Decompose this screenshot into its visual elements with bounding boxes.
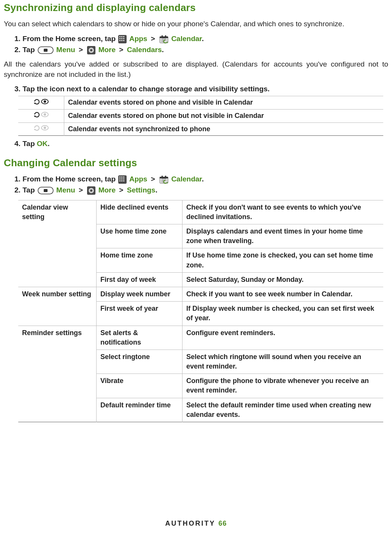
svg-point-19 (90, 49, 92, 51)
section-title-settings: Changing Calendar settings (4, 156, 388, 170)
brand-label: AUTHORITY (165, 520, 215, 527)
svg-rect-3 (123, 36, 124, 37)
more-link: More (98, 186, 116, 194)
svg-rect-45 (44, 189, 48, 192)
svg-point-25 (44, 113, 46, 116)
calendar-icon (159, 175, 168, 184)
more-link: More (98, 46, 116, 54)
setting-name: Vibrate (97, 374, 183, 398)
setting-name: Use home time zone (97, 224, 183, 248)
svg-rect-2 (121, 36, 122, 37)
svg-rect-13 (165, 35, 166, 37)
setting-desc: If Display week number is checked, you c… (183, 302, 384, 326)
setting-name: First day of week (97, 272, 183, 287)
setting-name: Set alerts & notifications (97, 326, 183, 350)
svg-rect-41 (162, 176, 163, 178)
table-row: Week number setting Display week number … (18, 287, 383, 301)
table-row: Calendar events not synchronized to phon… (18, 122, 383, 136)
nosync-hidden-icon (33, 124, 49, 134)
svg-rect-40 (160, 177, 168, 178)
sync-note: All the calendars you've added or subscr… (4, 59, 388, 79)
svg-rect-32 (123, 176, 124, 178)
table-row: Calendar events stored on phone and visi… (18, 96, 383, 109)
table-row: Calendar events stored on phone but not … (18, 109, 383, 122)
setting-desc: Configure the phone to vibrate whenever … (183, 374, 384, 398)
setting-desc: Check if you want to see week number in … (183, 287, 384, 301)
svg-rect-35 (123, 178, 124, 180)
calendar-link: Calendar (171, 175, 202, 183)
setting-name: Display week number (97, 287, 183, 301)
more-circle-icon (87, 186, 95, 195)
svg-rect-11 (160, 37, 168, 38)
vis-desc: Calendar events stored on phone and visi… (64, 96, 384, 109)
step-4: 4. Tap OK. (14, 139, 388, 149)
setting-desc: Select the default reminder time used wh… (183, 398, 384, 422)
menu-link: Menu (56, 186, 75, 194)
svg-rect-33 (119, 178, 121, 180)
setting-group: Calendar view setting (18, 200, 97, 287)
intro-text: You can select which calendars to show o… (4, 19, 388, 29)
apps-link: Apps (129, 175, 148, 183)
setting-desc: Select which ringtone will sound when yo… (183, 350, 384, 374)
setting-name: Select ringtone (97, 350, 183, 374)
setting-name: Home time zone (97, 248, 183, 272)
apps-grid-icon (118, 175, 127, 184)
svg-point-28 (44, 127, 46, 129)
page-footer: AUTHORITY66 (0, 519, 392, 528)
setting-desc: If Use home time zone is checked, you ca… (183, 248, 384, 272)
sync-hidden-icon (33, 111, 49, 121)
svg-rect-6 (123, 38, 124, 39)
vis-desc: Calendar events stored on phone but not … (64, 109, 384, 122)
svg-rect-16 (44, 49, 48, 52)
step-2b: 2. Tap Menu > More > Settings. (14, 185, 388, 196)
apps-link: Apps (129, 35, 148, 43)
setting-desc: Select Saturday, Sunday or Monday. (183, 272, 384, 287)
more-circle-icon (87, 46, 95, 54)
svg-rect-34 (121, 178, 122, 180)
settings-link: Settings (127, 186, 156, 194)
setting-desc: Displays calendars and event times in yo… (183, 224, 384, 248)
setting-group: Week number setting (18, 287, 97, 326)
svg-rect-8 (121, 40, 122, 41)
svg-rect-4 (119, 38, 121, 39)
visibility-table: Calendar events stored on phone and visi… (18, 96, 383, 136)
svg-rect-7 (119, 40, 121, 41)
setting-desc: Check if you don't want to see events to… (183, 200, 384, 224)
svg-point-22 (44, 100, 46, 102)
svg-rect-31 (121, 176, 122, 178)
step-2: 2. Tap Menu > More > Calendars. (14, 45, 388, 55)
svg-rect-9 (123, 40, 124, 41)
table-row: Reminder settings Set alerts & notificat… (18, 326, 383, 350)
svg-rect-42 (165, 176, 166, 178)
menu-link: Menu (56, 46, 75, 54)
ok-link: OK (37, 140, 48, 148)
svg-rect-1 (119, 36, 121, 37)
calendars-link: Calendars (127, 46, 162, 54)
svg-rect-38 (123, 180, 124, 181)
table-row: Calendar view setting Hide declined even… (18, 200, 383, 224)
svg-point-48 (90, 189, 92, 192)
setting-name: First week of year (97, 302, 183, 326)
section-title-sync: Synchronizing and displaying calendars (4, 1, 388, 14)
calendar-link: Calendar (171, 35, 202, 43)
svg-rect-37 (121, 180, 122, 181)
settings-table: Calendar view setting Hide declined even… (18, 200, 383, 422)
setting-name: Default reminder time (97, 398, 183, 422)
step-3: 3. Tap the icon next to a calendar to ch… (14, 84, 388, 94)
setting-name: Hide declined events (97, 200, 183, 224)
vis-desc: Calendar events not synchronized to phon… (64, 122, 384, 136)
setting-desc: Configure event reminders. (183, 326, 384, 350)
svg-rect-36 (119, 180, 121, 181)
apps-grid-icon (118, 35, 127, 43)
sync-visible-icon (33, 98, 49, 108)
setting-group: Reminder settings (18, 326, 97, 422)
svg-rect-5 (121, 38, 122, 39)
page-number: 66 (218, 520, 227, 527)
svg-rect-30 (119, 176, 121, 178)
menu-hardkey-icon (38, 46, 54, 54)
menu-hardkey-icon (38, 187, 54, 194)
step-1b: 1. From the Home screen, tap Apps > Cale… (14, 174, 388, 184)
calendar-icon (159, 35, 168, 43)
step-1: 1. From the Home screen, tap Apps > Cale… (14, 34, 388, 44)
svg-rect-12 (162, 35, 163, 37)
